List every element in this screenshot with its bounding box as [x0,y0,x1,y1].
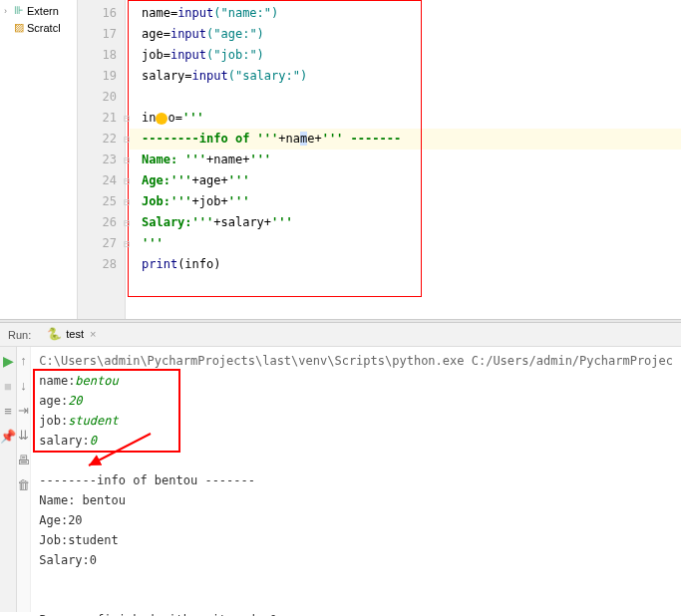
fold-icon[interactable]: ⊟ [124,212,130,233]
trash-icon[interactable]: 🗑 [17,477,30,492]
layout-icon[interactable]: ≡ [4,404,12,419]
run-tab-label: test [66,328,84,340]
down-icon[interactable]: ↓ [20,378,27,393]
run-toolbar-secondary: ↑ ↓ ⇥ ⇊ 🖶 🗑 [17,347,31,612]
project-tree[interactable]: › ⊪ Extern ▨ Scratcl [0,0,78,319]
bulb-icon[interactable] [156,113,168,125]
print-icon[interactable]: 🖶 [17,453,30,467]
run-panel-header: Run: 🐍 test × [0,323,681,347]
up-icon[interactable]: ↑ [20,353,27,368]
python-icon: 🐍 [47,327,62,341]
scratch-icon: ▨ [14,21,24,34]
fold-icon[interactable]: ⊟ [124,170,130,191]
console-output[interactable]: C:\Users\admin\PycharmProjects\last\venv… [31,347,681,612]
code-editor[interactable]: name=input("name:") age=input("age:") jo… [126,0,681,319]
fold-icon[interactable]: ⊟ [124,108,130,129]
line-gutter: 161718 192021 222324 252627 28 [78,0,126,319]
fold-icon[interactable]: ⊟ [124,233,130,254]
close-icon[interactable]: × [90,328,96,340]
wrap-icon[interactable]: ⇥ [18,403,29,418]
chevron-right-icon: › [4,6,14,16]
tree-item-scratches[interactable]: ▨ Scratcl [0,19,77,36]
tree-label: Extern [27,5,59,17]
exec-path: C:\Users\admin\PycharmProjects\last\venv… [39,351,673,371]
exit-code: Process finished with exit code 0 [39,610,673,616]
fold-icon[interactable]: ⊟ [124,191,130,212]
run-toolbar: ▶ ■ ≡ 📌 [0,347,17,612]
fold-icon[interactable]: ⊟ [124,129,130,150]
stop-icon[interactable]: ■ [4,379,12,394]
play-icon[interactable]: ▶ [3,353,14,369]
scroll-icon[interactable]: ⇊ [18,428,29,443]
tree-label: Scratcl [27,22,61,34]
run-tab[interactable]: 🐍 test × [39,323,104,347]
pin-icon[interactable]: 📌 [0,429,16,444]
library-icon: ⊪ [14,4,24,17]
run-label: Run: [0,329,39,341]
fold-icon[interactable]: ⊟ [124,150,130,170]
tree-item-external[interactable]: › ⊪ Extern [0,2,77,19]
